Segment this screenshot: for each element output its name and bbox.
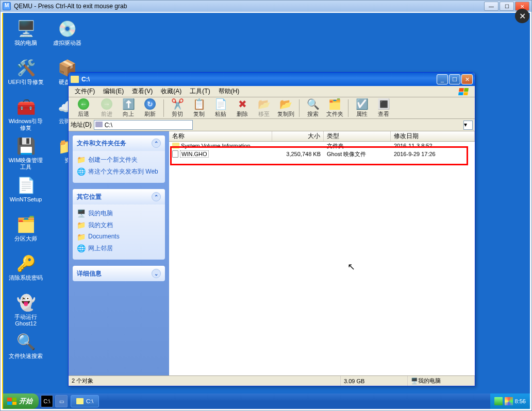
menu-tools[interactable]: 工具(T)	[186, 86, 214, 97]
close-overlay-badge[interactable]: ✕	[515, 9, 529, 23]
desktop-icon[interactable]: 🧰Widnows引导修复	[5, 94, 46, 133]
toolbar-refresh-button[interactable]: ↻刷新	[140, 98, 160, 118]
toolbar-paste-button[interactable]: 📄粘贴	[210, 98, 231, 118]
chevron-down-icon[interactable]: ⌄	[152, 269, 161, 278]
tray-icon-1[interactable]	[494, 397, 503, 405]
xp-taskbar: 开始 C:\ ▭ C:\ 8:56	[3, 393, 530, 409]
file-row[interactable]: System Volume Information 文件夹 2016-11-3 …	[169, 142, 475, 150]
desktop-icon[interactable]: 🔍文件快速搜索	[5, 329, 46, 368]
explorer-body: 文件和文件夹任务 ⌃ 📁创建一个新文件夹🌐将这个文件夹发布到 Web 其它位置 …	[69, 131, 475, 375]
taskpane-item-icon: 🌐	[77, 167, 85, 176]
folder-icon	[71, 76, 79, 83]
taskpane-item-icon: 📁	[77, 233, 85, 241]
address-label: 地址(D)	[71, 121, 92, 129]
toolbar-delete-button[interactable]: ✖删除	[232, 98, 253, 118]
taskpane-item-label: 将这个文件夹发布到 Web	[88, 167, 158, 176]
taskpane-item[interactable]: 📁我的文档	[77, 219, 161, 231]
system-tray[interactable]: 8:56	[490, 393, 530, 409]
file-date: 2016-9-29 17:26	[391, 151, 475, 157]
file-type: Ghost 映像文件	[324, 150, 391, 158]
file-list-header: 名称 大小 类型 修改日期	[169, 131, 475, 142]
toolbar-moveto-button[interactable]: 📂移至	[254, 98, 274, 118]
desktop-icon-glyph: 🖥️	[15, 18, 36, 39]
file-name: System Volume Information	[181, 143, 251, 149]
taskpane-item-icon: 📁	[77, 221, 85, 229]
menu-file[interactable]: 文件(F)	[71, 86, 99, 97]
menu-view[interactable]: 查看(V)	[128, 86, 157, 97]
status-location: 🖥️ 我的电脑	[408, 376, 475, 386]
taskpane-item-icon: 📁	[77, 156, 85, 164]
column-date-header[interactable]: 修改日期	[391, 131, 475, 141]
desktop-icon-label: 分区大师	[6, 234, 45, 243]
taskpane-item-icon: 🌐	[77, 244, 85, 252]
task-pane: 文件和文件夹任务 ⌃ 📁创建一个新文件夹🌐将这个文件夹发布到 Web 其它位置 …	[69, 131, 169, 375]
desktop-icon-glyph: 🔍	[15, 331, 36, 352]
menu-favorites[interactable]: 收藏(A)	[157, 86, 186, 97]
toolbar-folders-button[interactable]: 🗂️文件夹	[324, 98, 345, 118]
desktop-icon[interactable]: 🔑清除系统密码	[5, 251, 46, 290]
taskbox-file-tasks: 文件和文件夹任务 ⌃ 📁创建一个新文件夹🌐将这个文件夹发布到 Web	[73, 135, 165, 183]
file-row[interactable]: WIN.GHO 3,250,748 KB Ghost 映像文件 2016-9-2…	[169, 150, 475, 158]
taskbox-file-tasks-header[interactable]: 文件和文件夹任务 ⌃	[73, 135, 165, 151]
status-size: 3.09 GB	[341, 376, 408, 386]
start-button[interactable]: 开始	[3, 393, 39, 409]
taskpane-item[interactable]: 📁创建一个新文件夹	[77, 154, 161, 166]
taskpane-item[interactable]: 🌐网上邻居	[77, 243, 161, 254]
file-size: 3,250,748 KB	[272, 151, 324, 157]
menu-edit[interactable]: 编辑(E)	[99, 86, 128, 97]
cursor-icon: ↖	[347, 261, 355, 272]
column-name-header[interactable]: 名称	[169, 131, 272, 141]
taskbox-details-header[interactable]: 详细信息 ⌄	[73, 266, 165, 281]
desktop-icon-glyph: 📄	[15, 175, 36, 195]
toolbar-up-button[interactable]: ⬆️向上	[118, 98, 139, 118]
toolbar-copyto-button[interactable]: 📂复制到	[275, 98, 296, 118]
explorer-close-button[interactable]: ✕	[461, 74, 473, 84]
folder-icon	[172, 143, 179, 149]
tray-icon-2[interactable]	[505, 397, 513, 405]
toolbar-views-button[interactable]: 🔳查看	[373, 98, 394, 118]
explorer-statusbar: 2 个对象 3.09 GB 🖥️ 我的电脑	[69, 375, 475, 386]
chevron-up-icon[interactable]: ⌃	[152, 192, 161, 201]
xp-desktop[interactable]: 🖥️我的电脑💿虚拟驱动器🛠️UEFI引导修复📦硬盘检🧰Widnows引导修复☁️…	[2, 13, 530, 409]
toolbar-copy-button[interactable]: 📋复制	[189, 98, 209, 118]
toolbar-back-button[interactable]: ←后退	[72, 98, 95, 118]
explorer-minimize-button[interactable]: _	[437, 74, 448, 84]
toolbar-search-button[interactable]: 🔍搜索	[303, 98, 323, 118]
desktop-icon[interactable]: 🛠️UEFI引导修复	[5, 55, 46, 94]
windows-logo-icon	[454, 87, 473, 97]
explorer-toolbar: ←后退 →前进 ⬆️向上 ↻刷新 ✂️剪切 📋复制 📄粘贴 ✖删除 📂移至 📂复…	[69, 97, 475, 119]
quick-launch-cmd[interactable]: C:\	[41, 395, 53, 407]
qemu-minimize-button[interactable]: —	[484, 2, 498, 11]
taskpane-item[interactable]: 📁Documents	[77, 231, 161, 243]
desktop-icon[interactable]: 📄WinNTSetup	[5, 173, 46, 212]
desktop-icon[interactable]: 🖥️我的电脑	[5, 16, 46, 55]
desktop-icon[interactable]: 🗂️分区大师	[5, 212, 46, 251]
taskbox-other-header[interactable]: 其它位置 ⌃	[73, 189, 165, 204]
qemu-titlebar[interactable]: QEMU - Press Ctrl-Alt to exit mouse grab…	[1, 1, 531, 12]
address-input[interactable]	[94, 120, 193, 130]
desktop-icon[interactable]: 💾WIM映像管理工具	[5, 133, 46, 173]
file-list-rows[interactable]: WIN.GHO 3,250,748 KB Ghost 映像文件 2016-9-2…	[169, 142, 475, 375]
desktop-icon-label: 文件快速搜索	[6, 352, 45, 361]
quick-launch-desktop[interactable]: ▭	[55, 395, 68, 407]
qemu-app-icon	[3, 2, 11, 10]
toolbar-forward-button[interactable]: →前进	[96, 98, 117, 118]
toolbar-properties-button[interactable]: ☑️属性	[352, 98, 372, 118]
toolbar-cut-button[interactable]: ✂️剪切	[167, 98, 188, 118]
column-type-header[interactable]: 类型	[324, 131, 391, 141]
desktop-icon[interactable]: 👻手动运行Ghost12	[5, 290, 46, 329]
chevron-up-icon[interactable]: ⌃	[152, 139, 161, 148]
column-size-header[interactable]: 大小	[272, 131, 324, 141]
explorer-maximize-button[interactable]: ☐	[449, 74, 460, 84]
taskpane-item[interactable]: 🌐将这个文件夹发布到 Web	[77, 166, 161, 178]
taskbar-task-explorer[interactable]: C:\	[71, 395, 99, 407]
tray-clock[interactable]: 8:56	[515, 398, 526, 404]
menu-help[interactable]: 帮助(H)	[214, 86, 244, 97]
explorer-menubar: 文件(F) 编辑(E) 查看(V) 收藏(A) 工具(T) 帮助(H)	[69, 86, 475, 97]
desktop-icon-label: WIM映像管理工具	[6, 156, 45, 172]
address-dropdown-button[interactable]: ▾	[463, 121, 473, 130]
taskpane-item[interactable]: 🖥️我的电脑	[77, 208, 161, 219]
explorer-titlebar[interactable]: C:\ _ ☐ ✕	[69, 73, 475, 86]
qemu-maximize-button[interactable]: ☐	[500, 2, 514, 11]
desktop-icon[interactable]: 💿虚拟驱动器	[46, 16, 88, 55]
